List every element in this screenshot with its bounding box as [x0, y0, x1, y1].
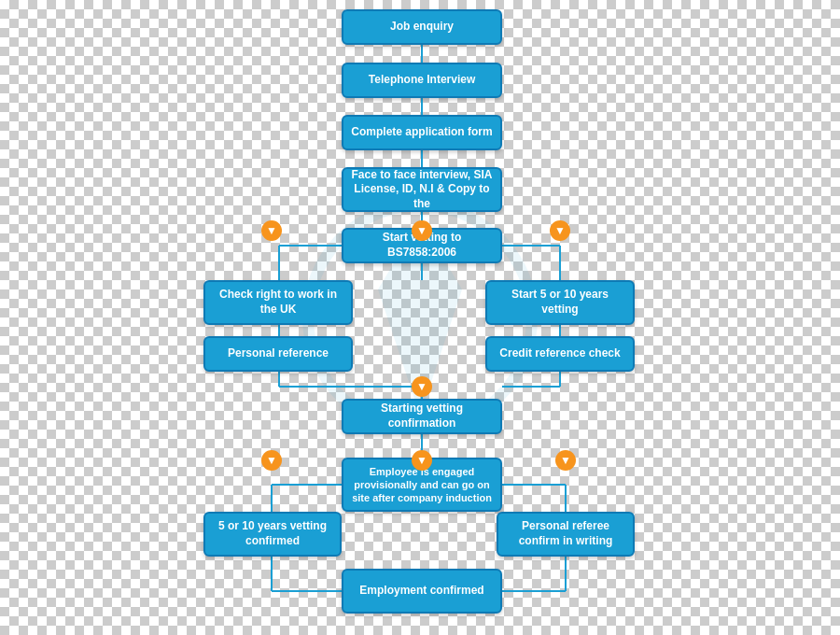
- start-5-10-years-box: Start 5 or 10 years vetting: [485, 280, 635, 325]
- arrow-circle-right-1: ▼: [550, 220, 570, 241]
- arrow-circle-3: ▼: [412, 450, 432, 471]
- arrow-circle-2: ▼: [412, 376, 432, 397]
- starting-vetting-confirmation-box: Starting vetting confirmation: [342, 399, 502, 434]
- job-enquiry-box: Job enquiry: [342, 9, 502, 45]
- arrow-circle-left-2: ▼: [261, 450, 282, 471]
- arrow-circle-1: ▼: [412, 220, 432, 241]
- 5-10-years-confirmed-box: 5 or 10 years vetting confirmed: [203, 512, 342, 557]
- svg-point-1: [392, 289, 448, 346]
- employment-confirmed-box: Employment confirmed: [342, 569, 502, 614]
- arrow-circle-right-2: ▼: [555, 450, 576, 471]
- telephone-interview-box: Telephone Interview: [342, 63, 502, 98]
- check-right-to-work-box: Check right to work in the UK: [203, 280, 353, 325]
- credit-reference-box: Credit reference check: [485, 336, 635, 372]
- personal-referee-confirm-box: Personal referee confirm in writing: [497, 512, 635, 557]
- arrow-circle-left-1: ▼: [261, 220, 282, 241]
- diagram-container: Job enquiry Telephone Interview Complete…: [0, 0, 840, 635]
- personal-reference-box: Personal reference: [203, 336, 353, 372]
- complete-application-box: Complete application form: [342, 115, 502, 150]
- face-to-face-box: Face to face interview, SIA License, ID,…: [342, 167, 502, 212]
